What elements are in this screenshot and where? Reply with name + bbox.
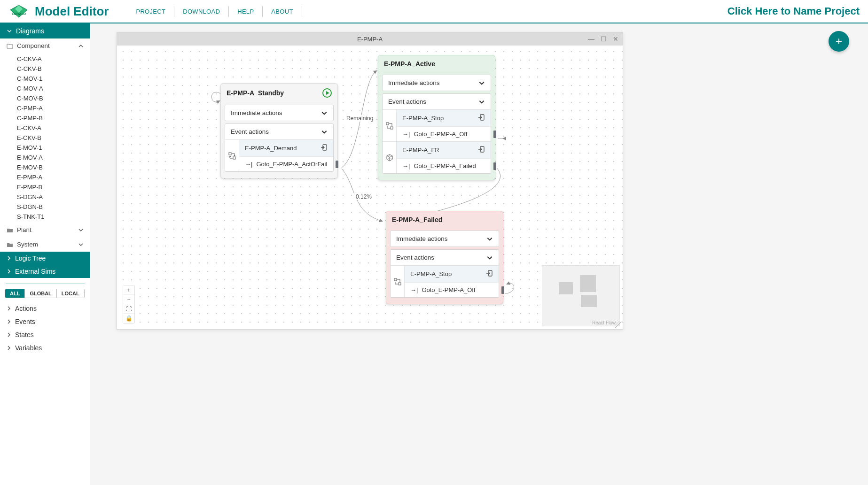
- sidebar-item[interactable]: E-MOV-B: [0, 162, 90, 172]
- sidebar-item[interactable]: E-CKV-B: [0, 133, 90, 143]
- sidebar-logic-tree[interactable]: Logic Tree: [0, 252, 90, 265]
- scope-tab-local[interactable]: LOCAL: [57, 289, 84, 298]
- logo-icon: EMRALD: [8, 4, 29, 18]
- event-title[interactable]: E-PMP-A_Stop: [405, 266, 499, 282]
- edge-label-prob: 0.12%: [354, 193, 374, 200]
- state-change-icon: [383, 110, 397, 141]
- state-change-icon: [225, 140, 239, 171]
- sidebar-diagrams-header[interactable]: Diagrams: [0, 23, 90, 38]
- chevron-right-icon: [7, 332, 11, 337]
- svg-rect-7: [391, 127, 393, 129]
- sidebar-item[interactable]: C-PMP-B: [0, 113, 90, 123]
- event-action[interactable]: →| Goto_E-PMP-A_Failed: [397, 158, 491, 173]
- sidebar-item[interactable]: C-PMP-A: [0, 103, 90, 113]
- window-titlebar[interactable]: E-PMP-A — ☐ ✕: [117, 32, 623, 46]
- chevron-down-icon: [7, 28, 12, 34]
- section-head[interactable]: Immediate actions: [225, 105, 333, 121]
- lock-button[interactable]: 🔒: [123, 314, 134, 323]
- node-active[interactable]: E-PMP-A_Active Immediate actions Event a…: [378, 55, 495, 180]
- connection-port[interactable]: [493, 131, 496, 138]
- sidebar-group-component-label: Component: [17, 42, 50, 49]
- canvas-area: + E-PMP-A — ☐ ✕: [90, 23, 868, 485]
- sidebar-item[interactable]: S-DGN-A: [0, 192, 90, 202]
- sidebar-item[interactable]: E-MOV-1: [0, 143, 90, 153]
- event-action-text: Goto_E-PMP-A_ActOrFail: [256, 161, 327, 168]
- window-maximize-icon[interactable]: ☐: [599, 35, 608, 43]
- event-title[interactable]: E-PMP-A_Demand: [239, 140, 333, 156]
- node-standby[interactable]: E-PMP-A_Standby Immediate actions Event …: [220, 83, 338, 178]
- sidebar-diagrams-label: Diagrams: [16, 27, 44, 35]
- sidebar-item[interactable]: C-MOV-B: [0, 93, 90, 103]
- node-failed-head[interactable]: E-PMP-A_Failed: [386, 211, 503, 228]
- fit-view-button[interactable]: ⛶: [123, 304, 134, 314]
- sidebar-events[interactable]: Events: [0, 315, 90, 328]
- sidebar-item[interactable]: S-DGN-B: [0, 202, 90, 212]
- scope-tab-global[interactable]: GLOBAL: [25, 289, 56, 298]
- sidebar-external-sims[interactable]: External Sims: [0, 265, 90, 278]
- svg-point-11: [389, 155, 390, 156]
- minimap[interactable]: React Flow: [542, 265, 620, 326]
- chevron-right-icon: [7, 256, 11, 261]
- sidebar-item[interactable]: E-PMP-B: [0, 182, 90, 192]
- sidebar-variables[interactable]: Variables: [0, 341, 90, 354]
- zoom-out-button[interactable]: −: [123, 295, 134, 304]
- sidebar-item[interactable]: C-MOV-A: [0, 84, 90, 93]
- connection-port[interactable]: [493, 162, 496, 170]
- node-failed-events: Event actions E-PMP-A_Stop: [390, 249, 499, 298]
- sidebar-group-system-head[interactable]: System: [0, 237, 90, 252]
- node-standby-title: E-PMP-A_Standby: [227, 89, 284, 97]
- section-head[interactable]: Event actions: [225, 124, 333, 139]
- event-action[interactable]: →| Goto_E-PMP-A_Off: [397, 126, 491, 141]
- folder-icon: [7, 241, 13, 248]
- section-head[interactable]: Immediate actions: [391, 231, 499, 246]
- event-action[interactable]: →| Goto_E-PMP-A_Off: [405, 282, 499, 297]
- sidebar-item[interactable]: E-MOV-A: [0, 153, 90, 162]
- sidebar-actions-label: Actions: [15, 305, 37, 312]
- window-minimize-icon[interactable]: —: [587, 35, 595, 43]
- section-label: Event actions: [396, 254, 434, 261]
- nav-about[interactable]: ABOUT: [263, 6, 302, 17]
- sidebar-states[interactable]: States: [0, 328, 90, 341]
- connection-port[interactable]: [336, 161, 338, 168]
- sidebar-group-component-head[interactable]: Component: [0, 38, 90, 53]
- diagram-window: E-PMP-A — ☐ ✕: [117, 32, 623, 330]
- chevron-right-icon: [7, 346, 11, 350]
- zoom-in-button[interactable]: +: [123, 285, 134, 295]
- chevron-down-icon: [321, 110, 328, 116]
- section-head[interactable]: Event actions: [391, 250, 499, 265]
- nav-project[interactable]: PROJECT: [127, 6, 174, 17]
- node-standby-head[interactable]: E-PMP-A_Standby: [221, 84, 337, 102]
- sidebar-item[interactable]: C-CKV-B: [0, 64, 90, 74]
- sidebar-item[interactable]: S-TNK-T1: [0, 212, 90, 222]
- section-head[interactable]: Immediate actions: [383, 75, 491, 91]
- node-active-head[interactable]: E-PMP-A_Active: [378, 55, 495, 72]
- sidebar-item[interactable]: C-MOV-1: [0, 74, 90, 84]
- folder-icon: [7, 43, 13, 49]
- node-failed[interactable]: E-PMP-A_Failed Immediate actions Event a…: [386, 211, 503, 304]
- scope-tab-all[interactable]: ALL: [5, 289, 25, 298]
- sidebar-events-label: Events: [15, 318, 35, 325]
- exit-icon: [477, 114, 485, 123]
- section-head[interactable]: Event actions: [383, 94, 491, 109]
- chevron-down-icon: [486, 236, 493, 242]
- chevron-down-icon: [478, 99, 485, 105]
- connection-port[interactable]: [501, 286, 504, 294]
- sidebar-item[interactable]: E-PMP-A: [0, 172, 90, 182]
- event-title[interactable]: E-PMP-A_FR: [397, 142, 491, 158]
- window-close-icon[interactable]: ✕: [611, 35, 620, 43]
- nav-download[interactable]: DOWNLOAD: [174, 6, 229, 17]
- sidebar-actions[interactable]: Actions: [0, 302, 90, 315]
- flow-canvas[interactable]: Remaining 0.12% E-PMP-A_Standby Immediat…: [117, 46, 623, 329]
- chevron-down-icon: [486, 254, 493, 261]
- transition-icon: →|: [245, 161, 252, 168]
- divider: [6, 284, 85, 284]
- nav-help[interactable]: HELP: [229, 6, 263, 17]
- project-name[interactable]: Click Here to Name Project: [727, 5, 860, 17]
- sidebar-item[interactable]: E-CKV-A: [0, 123, 90, 133]
- node-active-title: E-PMP-A_Active: [384, 60, 435, 68]
- sidebar-group-plant-head[interactable]: Plant: [0, 223, 90, 237]
- add-button[interactable]: +: [829, 31, 849, 52]
- sidebar-item[interactable]: C-CKV-A: [0, 54, 90, 64]
- event-title[interactable]: E-PMP-A_Stop: [397, 110, 491, 126]
- event-action[interactable]: →| Goto_E-PMP-A_ActOrFail: [239, 156, 333, 171]
